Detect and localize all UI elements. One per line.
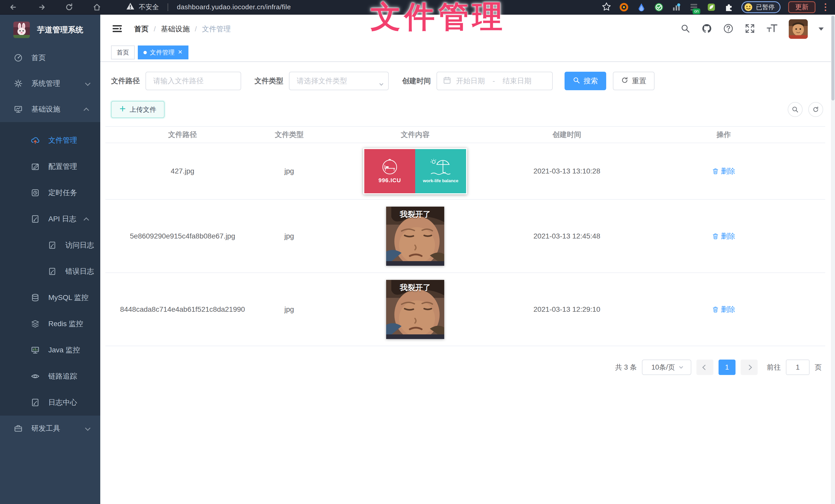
sidebar-item-redis-monitor[interactable]: Redis 监控: [0, 311, 100, 337]
refresh-table-button[interactable]: [808, 102, 823, 117]
home-icon[interactable]: [93, 3, 101, 12]
sidebar-item-api-logs[interactable]: API 日志: [0, 206, 100, 232]
extension-on-badge-icon[interactable]: on: [689, 2, 699, 12]
prev-page-button[interactable]: [696, 360, 713, 375]
font-size-icon[interactable]: [766, 23, 778, 35]
extension-leaf-icon[interactable]: [707, 2, 716, 12]
table-header-row: 文件路径 文件类型 文件内容 创建时间 操作: [105, 127, 825, 143]
omnibox[interactable]: 不安全 dashboard.yudao.iocoder.cn/infra/fil…: [126, 2, 291, 12]
back-icon[interactable]: [9, 3, 18, 12]
sidebar-item-error-logs[interactable]: 错误日志: [0, 258, 100, 285]
avatar-caret-icon[interactable]: [818, 27, 824, 30]
pagination: 共 3 条 10条/页 1 前往 页: [100, 346, 835, 375]
search-icon[interactable]: [680, 23, 691, 35]
log-document-icon: [30, 215, 40, 223]
sidebar-logo-row[interactable]: 芋道管理系统: [0, 15, 100, 45]
browser-profile-chip[interactable]: 已暂停: [741, 1, 780, 13]
extension-chart-icon[interactable]: [672, 2, 681, 12]
file-type-cell: jpg: [260, 167, 319, 175]
sidebar-item-java-monitor[interactable]: Java 监控: [0, 337, 100, 363]
page-number-button[interactable]: 1: [718, 360, 735, 375]
goto-page-input[interactable]: [786, 360, 810, 375]
file-type-select[interactable]: [289, 72, 389, 90]
log-document-icon: [47, 267, 57, 275]
breadcrumb-item[interactable]: 基础设施: [161, 24, 190, 34]
edit-square-icon: [30, 162, 40, 171]
delete-button[interactable]: 删除: [712, 304, 735, 314]
github-icon[interactable]: [701, 23, 712, 35]
browser-menu-icon[interactable]: [823, 3, 828, 11]
extension-blue-drop-icon[interactable]: [636, 2, 646, 12]
sidebar-item-dev-tools[interactable]: 研发工具: [0, 416, 100, 441]
file-content-cell: 我裂开了: [319, 207, 512, 266]
scrollbar-thumb[interactable]: [831, 16, 834, 101]
sidebar-menu: 首页 系统管理 基础设施 文件管理 配置管理: [0, 45, 100, 441]
page-size-select[interactable]: 10条/页: [642, 360, 691, 375]
chevron-down-icon: [379, 79, 382, 88]
upload-file-button[interactable]: 上传文件: [111, 101, 165, 118]
reset-button-label: 重置: [632, 76, 646, 86]
trash-icon: [712, 168, 719, 174]
sidebar-item-access-logs[interactable]: 访问日志: [0, 232, 100, 258]
extension-orange-gear-icon[interactable]: [619, 2, 629, 12]
breadcrumb-item[interactable]: 首页: [134, 24, 148, 34]
filter-file-path: 文件路径: [111, 72, 241, 90]
created-time-cell: 2021-03-13 13:10:28: [512, 167, 622, 175]
table-row: 427.jpg jpg 996.ICU work-life balance: [105, 143, 825, 200]
tab-file-management[interactable]: 文件管理: [138, 45, 188, 59]
created-time-cell: 2021-03-13 12:45:48: [512, 232, 622, 240]
user-avatar[interactable]: [789, 19, 808, 39]
hamburger-icon[interactable]: [111, 23, 123, 35]
file-preview-baby-image[interactable]: 我裂开了: [386, 280, 444, 339]
cloud-upload-icon: [30, 136, 40, 145]
column-header: 文件内容: [319, 127, 512, 143]
file-preview-baby-image[interactable]: 我裂开了: [386, 207, 444, 266]
delete-button[interactable]: 删除: [712, 166, 735, 176]
sidebar-item-config-management[interactable]: 配置管理: [0, 153, 100, 180]
delete-button[interactable]: 删除: [712, 231, 735, 241]
tab-close-icon[interactable]: [178, 49, 183, 56]
sidebar-item-trace[interactable]: 链路追踪: [0, 363, 100, 390]
action-cell: 删除: [622, 166, 825, 176]
search-button[interactable]: 搜索: [565, 72, 606, 90]
sidebar-item-scheduled-tasks[interactable]: 定时任务: [0, 180, 100, 206]
sidebar-item-log-center[interactable]: 日志中心: [0, 390, 100, 416]
next-page-button[interactable]: [741, 360, 758, 375]
file-content-cell: 我裂开了: [319, 280, 512, 339]
log-document-icon: [30, 398, 40, 407]
sidebar-item-file-management[interactable]: 文件管理: [0, 127, 100, 153]
gear-icon: [13, 79, 23, 88]
sidebar-item-label: 基础设施: [32, 104, 60, 114]
breadcrumb: 首页 / 基础设施 / 文件管理: [134, 24, 231, 34]
fullscreen-icon[interactable]: [745, 23, 755, 35]
chevron-up-icon: [85, 215, 89, 223]
date-range-picker[interactable]: 开始日期 - 结束日期: [436, 72, 553, 90]
sidebar-item-system-management[interactable]: 系统管理: [0, 71, 100, 97]
file-path-input[interactable]: [145, 72, 241, 90]
sidebar-item-label: 链路追踪: [48, 371, 77, 381]
sidebar-submenu-infrastructure: 文件管理 配置管理 定时任务 API 日志 访问日志: [0, 122, 100, 416]
extension-puzzle-icon[interactable]: [724, 2, 734, 12]
reset-button[interactable]: 重置: [613, 72, 654, 90]
browser-update-button[interactable]: 更新: [788, 1, 815, 13]
file-path-cell: 5e8609290e915c4fa8b08e67.jpg: [105, 232, 260, 240]
on-badge: on: [693, 8, 700, 14]
sidebar-item-label: 配置管理: [48, 162, 77, 171]
delete-label: 删除: [721, 304, 735, 314]
toggle-search-button[interactable]: [788, 102, 802, 117]
forward-icon[interactable]: [37, 3, 46, 12]
reload-icon[interactable]: [65, 3, 74, 12]
help-icon[interactable]: [723, 23, 734, 35]
browser-actions: on 已暂停 更新: [602, 1, 828, 13]
sidebar-item-home[interactable]: 首页: [0, 45, 100, 71]
eye-icon: [30, 372, 40, 381]
bookmark-star-icon[interactable]: [602, 2, 611, 13]
tab-home[interactable]: 首页: [111, 45, 135, 59]
page-scrollbar[interactable]: [831, 15, 835, 504]
extension-green-check-icon[interactable]: [654, 2, 664, 12]
sidebar-item-label: MySQL 监控: [48, 293, 88, 302]
file-preview-996icu-image[interactable]: 996.ICU work-life balance: [363, 148, 467, 194]
sidebar-item-mysql-monitor[interactable]: MySQL 监控: [0, 285, 100, 311]
sidebar-item-infrastructure[interactable]: 基础设施: [0, 97, 100, 122]
table-tools: [788, 102, 823, 117]
